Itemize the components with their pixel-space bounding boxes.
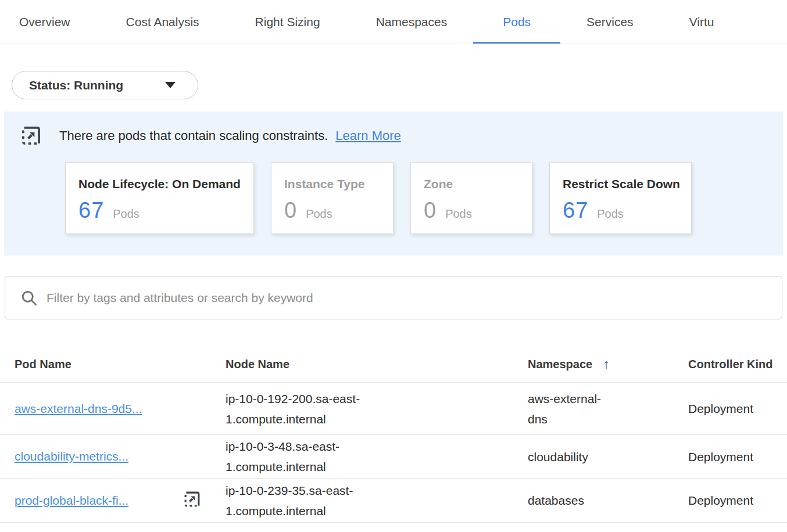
card-title: Restrict Scale Down: [563, 177, 678, 191]
chevron-down-icon: [165, 82, 176, 88]
card-value: 0 Pods: [284, 198, 380, 223]
constraint-cards: Node Lifecycle: On Demand 67 Pods Instan…: [65, 162, 783, 234]
card-unit: Pods: [306, 207, 332, 221]
column-header-controller-kind[interactable]: Controller Kind: [688, 358, 787, 371]
card-node-lifecycle[interactable]: Node Lifecycle: On Demand 67 Pods: [65, 162, 254, 234]
table-row: cloudability-metrics... ip-10-0-3-48.sa-…: [0, 434, 787, 478]
column-header-node-name[interactable]: Node Name: [226, 358, 382, 371]
card-restrict-scale-down[interactable]: Restrict Scale Down 67 Pods: [549, 162, 692, 234]
table-row: aws-external-dns-9d5... ip-10-0-192-200.…: [0, 382, 787, 434]
table-header-row: Pod Name Node Name Namespace ↑ Controlle…: [0, 346, 787, 382]
tab-services[interactable]: Services: [586, 0, 634, 44]
sort-ascending-icon: ↑: [603, 357, 610, 371]
pod-name-link[interactable]: cloudability-metrics...: [15, 450, 128, 463]
banner-message: There are pods that contain scaling cons…: [59, 128, 328, 143]
card-title: Node Lifecycle: On Demand: [78, 177, 241, 191]
tab-bar: Overview Cost Analysis Right Sizing Name…: [0, 0, 787, 44]
tab-cost-analysis[interactable]: Cost Analysis: [126, 0, 199, 44]
card-count: 67: [563, 198, 588, 223]
controller-kind-cell: Deployment: [688, 398, 787, 419]
card-value: 0 Pods: [424, 198, 519, 223]
table-body: aws-external-dns-9d5... ip-10-0-192-200.…: [0, 382, 787, 523]
column-header-pod-name[interactable]: Pod Name: [15, 358, 183, 371]
scaling-constraint-icon: [20, 125, 42, 146]
controller-kind-cell: Deployment: [688, 447, 787, 467]
card-value: 67 Pods: [563, 198, 678, 223]
node-name-cell: ip-10-0-192-200.sa-east-1.compute.intern…: [226, 389, 382, 429]
banner-header: There are pods that contain scaling cons…: [4, 125, 783, 146]
tab-namespaces[interactable]: Namespaces: [376, 0, 448, 44]
tab-overview[interactable]: Overview: [19, 0, 70, 44]
table-row: prod-global-black-fi... ip-10-0-239-35.s…: [0, 478, 787, 523]
search-bar: [5, 276, 782, 319]
column-header-namespace-label: Namespace: [528, 358, 592, 371]
tab-virtual[interactable]: Virtu: [689, 0, 714, 44]
search-input[interactable]: [46, 291, 769, 305]
search-icon: [20, 289, 38, 307]
card-title: Instance Type: [284, 177, 380, 191]
tab-pods[interactable]: Pods: [503, 0, 531, 44]
column-header-namespace[interactable]: Namespace ↑: [528, 357, 615, 371]
card-instance-type: Instance Type 0 Pods: [271, 162, 394, 234]
card-count: 67: [78, 198, 104, 223]
pod-name-link[interactable]: prod-global-black-fi...: [15, 494, 128, 507]
scaling-constraint-icon: [183, 500, 201, 510]
namespace-cell: cloudability: [528, 447, 615, 467]
card-unit: Pods: [445, 207, 472, 221]
card-title: Zone: [424, 177, 519, 191]
tab-right-sizing[interactable]: Right Sizing: [255, 0, 320, 44]
pod-name-link[interactable]: aws-external-dns-9d5...: [15, 402, 142, 415]
card-count: 0: [424, 198, 437, 223]
pods-table: Pod Name Node Name Namespace ↑ Controlle…: [0, 346, 787, 523]
card-zone: Zone 0 Pods: [410, 162, 532, 234]
namespace-cell: aws-external-dns: [528, 389, 615, 429]
controller-kind-cell: Deployment: [688, 490, 787, 511]
namespace-cell: databases: [528, 490, 615, 511]
status-filter-label: Status: Running: [29, 78, 123, 92]
status-filter-dropdown[interactable]: Status: Running: [12, 71, 198, 99]
node-name-cell: ip-10-0-3-48.sa-east-1.compute.internal: [226, 436, 382, 477]
node-name-cell: ip-10-0-239-35.sa-east-1.compute.interna…: [226, 480, 382, 521]
scaling-constraints-banner: There are pods that contain scaling cons…: [4, 112, 783, 256]
learn-more-link[interactable]: Learn More: [335, 128, 401, 143]
card-unit: Pods: [597, 207, 624, 221]
card-unit: Pods: [113, 207, 139, 221]
card-value: 67 Pods: [78, 198, 241, 223]
card-count: 0: [284, 198, 297, 223]
